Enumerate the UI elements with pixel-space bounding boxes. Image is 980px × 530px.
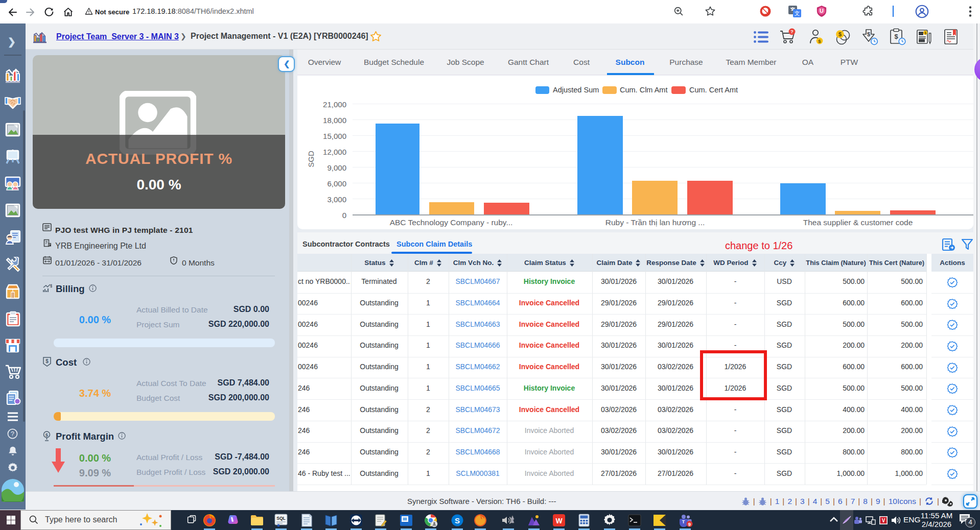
svg-text:文: 文 xyxy=(795,10,800,16)
svg-text:SQL: SQL xyxy=(276,516,285,521)
svg-text:?: ? xyxy=(790,29,794,34)
svg-text:S: S xyxy=(455,516,460,525)
svg-text:$: $ xyxy=(894,33,898,40)
svg-text:$: $ xyxy=(45,358,49,364)
svg-text:?: ? xyxy=(11,430,14,438)
svg-text:$: $ xyxy=(50,283,52,288)
svg-text:V: V xyxy=(882,518,885,523)
svg-text:U: U xyxy=(820,8,824,14)
svg-text:W: W xyxy=(555,517,563,525)
svg-text:9: 9 xyxy=(688,521,691,527)
svg-text:$: $ xyxy=(838,31,842,37)
svg-text:$: $ xyxy=(867,31,870,37)
svg-text:$: $ xyxy=(818,38,821,44)
svg-text:$: $ xyxy=(45,432,49,438)
svg-text:T: T xyxy=(682,519,685,524)
svg-text:$: $ xyxy=(924,31,926,35)
